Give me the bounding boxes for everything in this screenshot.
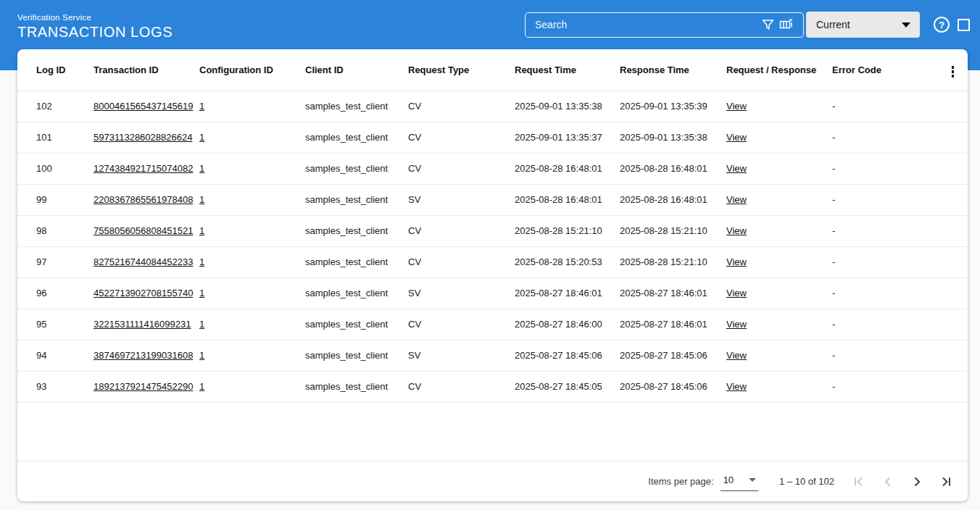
- request-time-cell: 2025-08-27 18:45:05: [515, 371, 620, 402]
- view-request-response-link-cell: View: [726, 277, 832, 309]
- request-type-cell: SV: [408, 184, 515, 215]
- column-header-error-code: Error Code: [832, 49, 923, 91]
- column-header-client-id: Client ID: [305, 49, 408, 91]
- configuration-id-link[interactable]: 1: [199, 101, 204, 112]
- transaction-id-link[interactable]: 7558056056808451521: [94, 225, 193, 236]
- configuration-id-link[interactable]: 1: [199, 225, 204, 236]
- response-time-cell: 2025-08-28 15:21:10: [620, 215, 726, 246]
- configuration-id-link[interactable]: 1: [199, 163, 204, 174]
- transaction-id-link[interactable]: 1892137921475452290: [94, 381, 193, 392]
- choose-columns-icon[interactable]: [777, 15, 796, 34]
- view-request-response-link[interactable]: View: [726, 288, 747, 298]
- log-id-cell: 98: [17, 215, 94, 246]
- request-type-cell: CV: [408, 91, 515, 122]
- table-row: 9875580560568084515211samples_test_clien…: [17, 215, 968, 246]
- request-time-cell: 2025-08-28 16:48:01: [515, 153, 620, 184]
- table-row: 9318921379214754522901samples_test_clien…: [17, 371, 968, 402]
- column-header-configuration-id: Configuration ID: [199, 49, 305, 91]
- client-id-cell: samples_test_client: [305, 371, 408, 402]
- request-type-cell: SV: [408, 340, 515, 371]
- view-request-response-link[interactable]: View: [726, 194, 747, 205]
- view-request-response-link[interactable]: View: [726, 256, 747, 267]
- column-header-request-response: Request / Response: [726, 49, 832, 91]
- table-menu-header-cell: [923, 49, 968, 91]
- configuration-id-link[interactable]: 1: [199, 319, 204, 330]
- transaction-id-link-cell: 3874697213199031608: [94, 340, 199, 371]
- configuration-id-link-cell: 1: [199, 184, 305, 215]
- configuration-id-link-cell: 1: [199, 215, 305, 246]
- configuration-id-link[interactable]: 1: [199, 132, 204, 143]
- transaction-id-link[interactable]: 5973113286028826624: [94, 132, 192, 143]
- window-icon[interactable]: [958, 19, 970, 31]
- page-range-label: 1 – 10 of 102: [779, 476, 834, 487]
- previous-page-button[interactable]: [873, 467, 902, 496]
- table-row: 10159731132860288266241samples_test_clie…: [17, 122, 968, 153]
- row-actions-cell: [923, 91, 968, 122]
- view-request-response-link[interactable]: View: [726, 381, 747, 392]
- transaction-id-link[interactable]: 8275216744084452233: [94, 256, 193, 267]
- configuration-id-link-cell: 1: [199, 246, 305, 277]
- view-request-response-link[interactable]: View: [726, 225, 747, 236]
- column-header-request-time: Request Time: [515, 49, 620, 91]
- help-icon[interactable]: ?: [934, 17, 950, 33]
- transaction-id-link[interactable]: 8000461565437145619: [94, 101, 193, 112]
- configuration-id-link-cell: 1: [199, 153, 305, 184]
- view-request-response-link[interactable]: View: [726, 132, 747, 143]
- configuration-id-link[interactable]: 1: [199, 381, 204, 392]
- column-menu-icon[interactable]: [950, 64, 957, 80]
- row-actions-cell: [923, 122, 968, 153]
- response-time-cell: 2025-09-01 13:35:39: [620, 91, 726, 122]
- row-actions-cell: [923, 371, 968, 402]
- view-request-response-link[interactable]: View: [726, 350, 747, 361]
- view-request-response-link[interactable]: View: [726, 101, 747, 112]
- log-id-cell: 100: [17, 153, 94, 184]
- filter-icon[interactable]: [758, 15, 777, 34]
- view-request-response-link[interactable]: View: [726, 319, 747, 330]
- view-request-response-link[interactable]: View: [726, 163, 747, 174]
- configuration-id-link[interactable]: 1: [199, 256, 204, 267]
- scope-select[interactable]: Current: [806, 12, 920, 38]
- search-input[interactable]: [526, 13, 758, 37]
- table-row: 9438746972131990316081samples_test_clien…: [17, 340, 968, 371]
- transaction-id-link-cell: 2208367865561978408: [94, 184, 199, 215]
- view-request-response-link-cell: View: [726, 153, 832, 184]
- view-request-response-link-cell: View: [726, 246, 832, 277]
- configuration-id-link-cell: 1: [199, 122, 305, 153]
- error-code-cell: -: [832, 277, 923, 309]
- row-actions-cell: [923, 277, 968, 309]
- first-page-button[interactable]: [844, 467, 873, 496]
- next-page-icon: [910, 475, 924, 489]
- header-titles: Verification Service TRANSACTION LOGS: [17, 9, 173, 41]
- client-id-cell: samples_test_client: [305, 277, 408, 309]
- client-id-cell: samples_test_client: [305, 246, 408, 277]
- transaction-id-link[interactable]: 4522713902708155740: [94, 288, 193, 298]
- transaction-id-link[interactable]: 1274384921715074082: [94, 163, 193, 174]
- request-type-cell: CV: [408, 246, 515, 277]
- items-per-page-select[interactable]: 10: [721, 472, 758, 491]
- last-page-button[interactable]: [931, 467, 960, 496]
- transaction-id-link[interactable]: 2208367865561978408: [94, 194, 193, 205]
- error-code-cell: -: [832, 246, 923, 277]
- table-row: 9532215311114160992311samples_test_clien…: [17, 309, 968, 340]
- error-code-cell: -: [832, 340, 923, 371]
- transaction-id-link-cell: 8000461565437145619: [94, 91, 199, 122]
- app-name: Verification Service: [17, 13, 173, 22]
- configuration-id-link[interactable]: 1: [199, 194, 204, 205]
- request-time-cell: 2025-08-27 18:46:01: [515, 277, 620, 309]
- view-request-response-link-cell: View: [726, 122, 832, 153]
- chevron-down-icon: [902, 22, 910, 28]
- error-code-cell: -: [832, 91, 923, 122]
- configuration-id-link[interactable]: 1: [199, 350, 204, 361]
- next-page-button[interactable]: [902, 467, 931, 496]
- error-code-cell: -: [832, 215, 923, 246]
- transaction-id-link[interactable]: 3221531111416099231: [94, 319, 191, 330]
- view-request-response-link-cell: View: [726, 309, 832, 340]
- view-request-response-link-cell: View: [726, 184, 832, 215]
- log-id-cell: 101: [17, 122, 94, 153]
- request-type-cell: CV: [408, 371, 515, 402]
- request-time-cell: 2025-09-01 13:35:38: [515, 91, 620, 122]
- client-id-cell: samples_test_client: [305, 153, 408, 184]
- transaction-id-link-cell: 4522713902708155740: [94, 277, 199, 309]
- transaction-id-link[interactable]: 3874697213199031608: [94, 350, 193, 361]
- configuration-id-link[interactable]: 1: [199, 288, 204, 298]
